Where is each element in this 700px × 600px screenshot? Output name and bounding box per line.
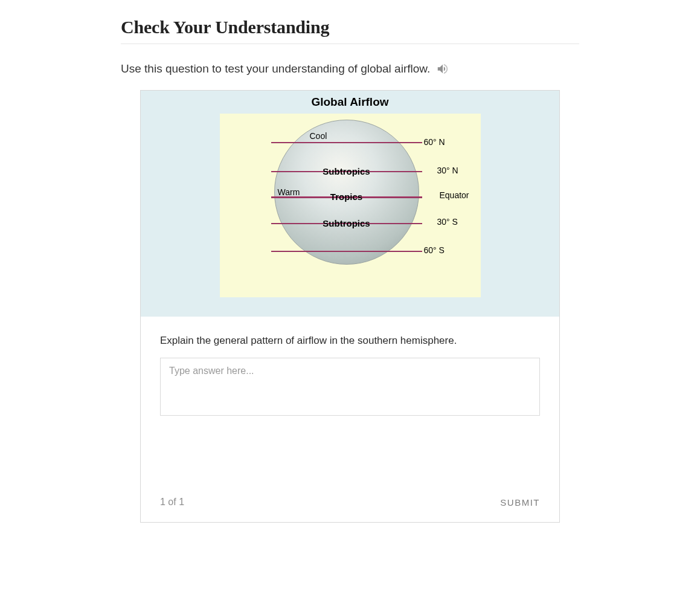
- speaker-icon[interactable]: [436, 62, 449, 76]
- submit-button[interactable]: SUBMIT: [500, 497, 540, 508]
- lat-30s: 30° S: [437, 217, 458, 227]
- lat-line-60n: [271, 142, 422, 143]
- instructions-text: Use this question to test your understan…: [121, 62, 430, 76]
- label-tropics: Tropics: [330, 192, 362, 202]
- answer-input[interactable]: [160, 358, 540, 416]
- label-subtropics-n: Subtropics: [323, 166, 370, 176]
- figure-title: Global Airflow: [141, 95, 559, 109]
- question-card: Global Airflow Cool Subtropics Tro: [140, 90, 560, 523]
- question-text: Explain the general pattern of airflow i…: [160, 335, 540, 347]
- lat-line-60s: [271, 251, 422, 252]
- lat-60n: 60° N: [424, 137, 445, 147]
- instructions: Use this question to test your understan…: [121, 62, 579, 76]
- pager: 1 of 1: [160, 497, 184, 508]
- label-warm: Warm: [278, 187, 300, 197]
- lat-30n: 30° N: [437, 166, 458, 175]
- figure-inner: Cool Subtropics Tropics Subtropics Warm …: [220, 114, 481, 297]
- lat-60s: 60° S: [424, 245, 445, 255]
- label-cool: Cool: [310, 131, 327, 141]
- globe-diagram: Cool Subtropics Tropics Subtropics Warm …: [220, 117, 481, 286]
- divider: [121, 44, 579, 44]
- figure-area: Global Airflow Cool Subtropics Tro: [141, 91, 559, 317]
- lat-equator: Equator: [440, 190, 469, 200]
- label-subtropics-s: Subtropics: [323, 218, 370, 228]
- page-title: Check Your Understanding: [121, 17, 579, 37]
